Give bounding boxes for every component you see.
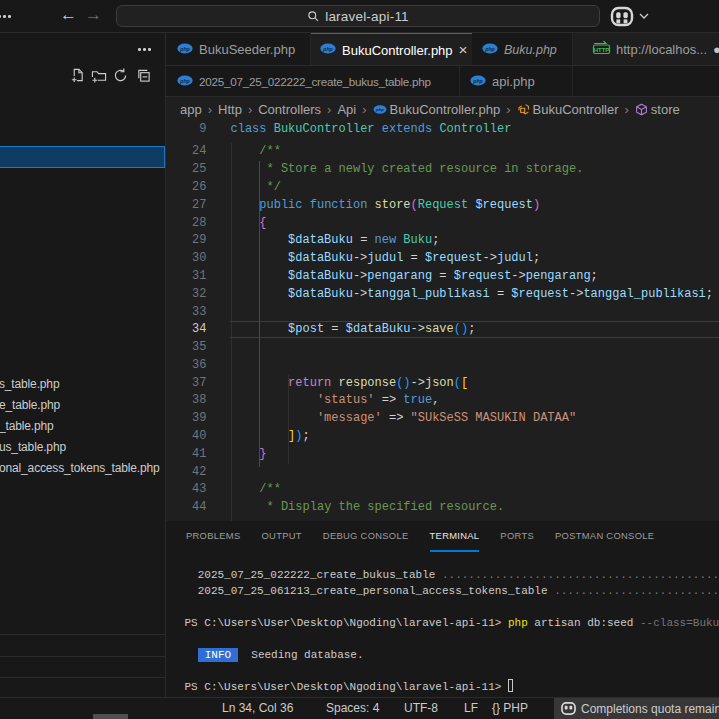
svg-text:php: php xyxy=(484,45,495,51)
svg-text:php: php xyxy=(179,45,190,51)
svg-text:php: php xyxy=(375,107,384,112)
svg-text:php: php xyxy=(322,46,333,52)
svg-text:php: php xyxy=(179,77,190,83)
svg-text:php: php xyxy=(472,77,483,83)
svg-text:HTTP: HTTP xyxy=(594,46,610,52)
